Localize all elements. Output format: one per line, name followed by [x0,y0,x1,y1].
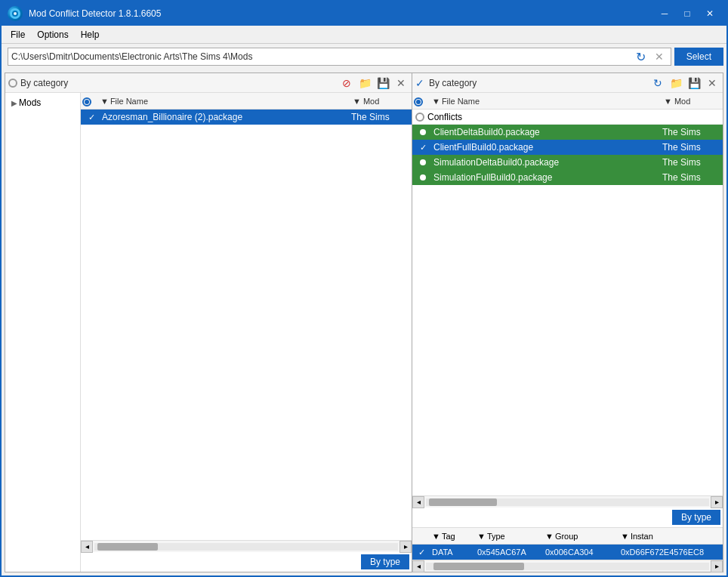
right-folder-button[interactable]: 📁 [668,76,683,91]
th-group[interactable]: ▼ Group [542,532,618,541]
left-radio-unchecked[interactable] [8,79,17,88]
conflict-list: ClientDeltaBuild0.package The Sims ✓ Cli… [412,125,723,185]
left-folder-button[interactable]: 📁 [357,76,372,91]
maximize-button[interactable]: □ [677,6,698,21]
menu-help[interactable]: Help [75,28,106,42]
data-group-0: 0x006CA304 [542,548,618,557]
right-top-scroll: ◂ ▸ [412,495,723,508]
right-delete-button[interactable]: ✕ [705,76,720,91]
conflict-row-2[interactable]: SimulationDeltaBuild0.package The Sims [412,155,723,170]
conflict-check-1: ✓ [415,143,430,153]
left-mod-header[interactable]: ▼ Mod [350,97,410,106]
svg-point-2 [14,12,17,15]
left-delete-button[interactable]: ✕ [393,76,409,91]
conflict-name-0: ClientDeltaBuild0.package [430,127,659,137]
scroll-left-button[interactable]: ◂ [81,541,93,553]
left-panel: By category ⊘ 📁 💾 ✕ ▶ Mods [5,73,412,572]
file-name: Azoresman_Billionaire (2).package [99,112,348,122]
conflict-name-2: SimulationDeltaBuild0.package [430,157,659,168]
window-title: Mod Conflict Detector 1.8.1.6605 [29,8,654,19]
tree-item-mods[interactable]: ▶ Mods [8,96,77,110]
checkmark-icon: ✓ [88,113,95,122]
refresh-icon: ↻ [636,50,646,64]
conflict-mod-3: The Sims [659,172,720,183]
close-button[interactable]: ✕ [699,6,720,21]
left-stop-button[interactable]: ⊘ [339,76,354,91]
right-sort-arrow-icon: ▼ [432,97,440,106]
right-bottom-scroll: ◂ ▸ [412,560,723,572]
menu-file[interactable]: File [5,28,31,42]
table-headers: ▼ Tag ▼ Type ▼ Group ▼ Instan [412,528,723,545]
titlebar: Mod Conflict Detector 1.8.1.6605 ─ □ ✕ [2,2,726,26]
right-by-type-bar: By type [412,508,723,527]
left-header-radio[interactable] [82,97,91,106]
right-scroll-track[interactable] [426,498,709,506]
table-scroll-track[interactable] [426,563,709,570]
conflict-mod-0: The Sims [659,127,720,137]
right-refresh-button[interactable]: ↻ [650,76,665,91]
address-path: C:\Users\Dmitr\Documents\Electronic Arts… [11,51,633,62]
checkmark-icon-1: ✓ [420,143,427,153]
left-save-button[interactable]: 💾 [375,76,390,91]
window-controls: ─ □ ✕ [654,6,720,21]
th-type[interactable]: ▼ Type [474,532,542,541]
file-list-area: ▼ File Name ▼ Mod ✓ [81,93,412,572]
tree-arrow-icon: ▶ [11,99,17,107]
left-by-type-button[interactable]: By type [361,554,409,569]
bullet-icon-0 [420,129,426,135]
conflict-name-1: ClientFullBuild0.package [430,142,659,153]
right-save-button[interactable]: 💾 [686,76,702,91]
select-button[interactable]: Select [674,48,723,66]
addressbar-controls: ↻ ✕ [633,49,668,64]
type-sort-icon: ▼ [477,532,486,541]
addressbar: C:\Users\Dmitr\Documents\Electronic Arts… [8,48,671,66]
tree-item-label: Mods [19,97,41,108]
right-toolbar: ✓ By category ↻ 📁 💾 ✕ [412,73,723,93]
right-header-radio[interactable] [414,97,423,106]
conflict-row-1[interactable]: ✓ ClientFullBuild0.package The Sims [412,140,723,155]
conflict-row-0[interactable]: ClientDeltaBuild0.package The Sims [412,125,723,140]
file-row[interactable]: ✓ Azoresman_Billionaire (2).package The … [81,110,412,125]
right-scroll-right-btn[interactable]: ▸ [711,496,723,508]
left-filename-header[interactable]: ▼ File Name [97,97,350,106]
table-scroll-right-btn[interactable]: ▸ [711,560,723,572]
right-scroll-left-btn[interactable]: ◂ [412,496,424,508]
conflict-mod-2: The Sims [659,157,720,168]
th-tag[interactable]: ▼ Tag [429,532,474,541]
right-scroll-thumb [429,498,497,506]
menubar: File Options Help [2,26,726,44]
instance-sort-icon: ▼ [621,532,629,541]
clear-button[interactable]: ✕ [651,49,668,64]
data-row-0[interactable]: ✓ DATA 0x545AC67A 0x006CA304 0xD66F672E4… [412,545,723,560]
right-column-headers: ▼ File Name ▼ Mod [412,93,723,110]
conflict-mod-1: The Sims [659,142,720,153]
main-window: Mod Conflict Detector 1.8.1.6605 ─ □ ✕ F… [0,0,728,577]
close-icon: ✕ [655,51,664,63]
bullet-icon-2 [420,159,426,165]
right-by-type-button[interactable]: By type [672,510,720,525]
refresh-button[interactable]: ↻ [633,49,649,64]
right-mod-header[interactable]: ▼ Mod [661,97,721,106]
th-instance[interactable]: ▼ Instan [618,532,721,541]
table-scroll-left-btn[interactable]: ◂ [412,560,424,572]
conflicts-label: Conflicts [427,112,462,122]
data-type-0: 0x545AC67A [474,548,542,557]
group-sort-icon: ▼ [545,532,554,541]
tag-sort-icon: ▼ [432,532,440,541]
conflict-check-2 [415,159,430,165]
left-toolbar: By category ⊘ 📁 💾 ✕ [5,73,412,93]
scroll-track[interactable] [94,543,398,551]
scroll-right-button[interactable]: ▸ [399,541,412,553]
data-checkmark-icon: ✓ [418,548,425,557]
left-by-category-label: By category [20,78,68,88]
menu-options[interactable]: Options [31,28,74,42]
conflicts-radio[interactable] [415,113,424,122]
minimize-button[interactable]: ─ [654,6,675,21]
sidebar-tree: ▶ Mods [5,93,81,572]
left-bottom-scroll: ◂ ▸ [81,540,412,552]
conflict-row-3[interactable]: SimulationFullBuild0.package The Sims [412,170,723,185]
table-scroll-thumb [433,563,524,570]
conflict-check-3 [415,174,430,181]
bullet-icon-3 [420,174,426,181]
right-filename-header[interactable]: ▼ File Name [429,97,661,106]
